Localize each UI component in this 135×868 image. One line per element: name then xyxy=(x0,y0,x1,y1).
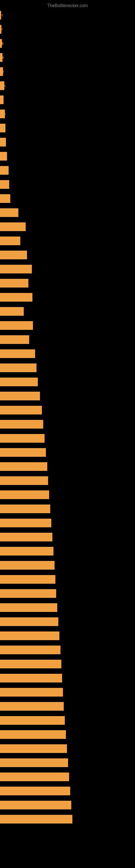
bar-fill: Bottleneck xyxy=(0,237,20,245)
bar-label: Bottleneck resu xyxy=(1,279,24,287)
bar-row: Bottleneck resu xyxy=(0,248,135,262)
bar-fill: Bottleneck result xyxy=(0,660,61,669)
bar-label: Bottleneck result xyxy=(1,434,26,443)
bar-fill: Bottleneck result xyxy=(0,646,60,654)
bar-row: Bottleneck result xyxy=(0,431,135,445)
bar-row: Bottleneck result xyxy=(0,445,135,460)
bar-fill: Bottleneck result xyxy=(0,321,33,330)
bar-fill: I xyxy=(0,25,1,34)
bar-row: Bottleneck result xyxy=(0,586,135,600)
bar-label: Bottleneck result xyxy=(1,476,26,485)
bar-fill: Bottleneck result xyxy=(0,631,59,640)
bar-row: B xyxy=(0,65,135,79)
bar-row: Bottleneck result xyxy=(0,798,135,812)
bar-fill: E xyxy=(0,39,2,48)
bar-fill: Bottleneck result xyxy=(0,688,63,696)
bar-row: Bot xyxy=(0,149,135,163)
bar-fill: Bottleneck result xyxy=(0,519,51,527)
bar-label: Bottleneck result xyxy=(1,603,26,612)
bar-label: Bot xyxy=(1,152,6,161)
bar-label: Bottleneck result xyxy=(1,448,26,457)
bar-fill: Bottleneck result xyxy=(0,504,50,513)
bar-fill: Bottleneck result xyxy=(0,744,67,753)
bar-row: Bottleneck result xyxy=(0,544,135,558)
bar-row: Bottleneck result xyxy=(0,784,135,798)
bar-row: Bottleneck xyxy=(0,234,135,248)
bar-fill: Bottleneck result xyxy=(0,617,58,626)
bar-row: Bottleneck result xyxy=(0,615,135,629)
bar-row: Bottleneck result xyxy=(0,657,135,671)
bar-label: Bottleneck result xyxy=(1,561,26,569)
bar-label: Bottleneck result xyxy=(1,406,26,414)
bar-row: B xyxy=(0,51,135,65)
bar-label: Bottleneck resu xyxy=(1,335,24,344)
bar-fill: Bottleneck result xyxy=(0,773,69,781)
bar-label: Bottleneck result xyxy=(1,504,26,513)
bar-fill: Bottleneck result xyxy=(0,349,35,358)
bar-row: Bottleneck result xyxy=(0,488,135,502)
bar-row: Bottleneck result xyxy=(0,530,135,544)
bar-label: Bottleneck resu xyxy=(1,251,24,259)
bar-row: Bottleneck result xyxy=(0,756,135,770)
bar-row: Bottl xyxy=(0,191,135,206)
bar-fill: Bottlenec xyxy=(0,208,18,217)
bar-row: Bottlenec xyxy=(0,206,135,220)
bar-row: Bottleneck result xyxy=(0,417,135,431)
bar-label: Bottleneck result xyxy=(1,293,26,302)
bar-fill: Bottleneck result xyxy=(0,547,53,556)
bar-label: Bottlenec xyxy=(1,208,15,217)
bar-row: Bo xyxy=(0,107,135,121)
bar-row: Bottleneck result xyxy=(0,290,135,304)
bar-fill: Bottleneck result xyxy=(0,702,64,711)
bar-label: Bottleneck result xyxy=(1,265,26,273)
bar-row: Bottleneck result xyxy=(0,347,135,361)
bar-row: Bo xyxy=(0,79,135,93)
bar-label: Bottleneck result xyxy=(1,575,26,584)
bar-label: Bottl xyxy=(1,194,8,203)
bar-label: Bo xyxy=(1,110,6,118)
bar-fill: Bottleneck result xyxy=(0,265,32,273)
bar-label: Bott xyxy=(1,166,8,175)
bar-row: Bottleneck result xyxy=(0,262,135,276)
bar-label: B xyxy=(1,53,4,62)
bar-fill: Bottleneck result xyxy=(0,716,65,725)
bar-row: Bottleneck result xyxy=(0,502,135,516)
bar-row: Bottleneck result xyxy=(0,685,135,699)
bar-fill: Bottleneck resu xyxy=(0,279,28,287)
bar-fill: Bottleneck result xyxy=(0,589,56,598)
bar-row: Bottleneck result xyxy=(0,318,135,333)
bar-fill: Bottleneck result xyxy=(0,406,42,414)
bar-label: I xyxy=(1,25,2,34)
bar-fill: Bottleneck result xyxy=(0,815,72,824)
bar-fill: Bo xyxy=(0,124,5,132)
bar-fill: Bottleneck result xyxy=(0,801,71,809)
bar-fill: Bottleneck result xyxy=(0,758,68,767)
bar-row: Bottleneck result xyxy=(0,403,135,417)
bar-fill: Bo xyxy=(0,138,6,147)
bar-label: Bottleneck result xyxy=(1,378,26,386)
bar-fill: Bottleneck result xyxy=(0,490,49,499)
bar-fill: Bottleneck result xyxy=(0,561,54,569)
bar-row: Bottleneck result xyxy=(0,361,135,375)
bar-row: Bottleneck result xyxy=(0,600,135,615)
bar-label: Bottleneck result xyxy=(1,758,26,767)
bar-fill: Bottleneck result xyxy=(0,575,55,584)
bar-fill: Bottleneck result xyxy=(0,462,47,471)
bar-row: Bottleneck result xyxy=(0,699,135,713)
bar-row: Bottleneck result xyxy=(0,812,135,826)
bar-fill: Bo xyxy=(0,82,4,90)
bar-row: Bottleneck result xyxy=(0,389,135,403)
bar-fill: Bottleneck re xyxy=(0,307,24,316)
bar-fill: B xyxy=(0,95,3,104)
bar-label: Bo xyxy=(1,138,6,147)
bar-label: Bottleneck result xyxy=(1,716,26,725)
bar-row: Bottleneck result xyxy=(0,643,135,657)
bar-fill: Bottleneck result xyxy=(0,434,45,443)
bar-label: Bottleneck result xyxy=(1,631,26,640)
bar-label: Bottleneck result xyxy=(1,744,26,753)
bar-label: Bottleneck result xyxy=(1,519,26,527)
bar-fill: Bottleneck result xyxy=(0,730,66,739)
bar-fill: B xyxy=(0,53,2,62)
bar-label: Bottleneck result xyxy=(1,617,26,626)
bar-row: Bott xyxy=(0,163,135,177)
